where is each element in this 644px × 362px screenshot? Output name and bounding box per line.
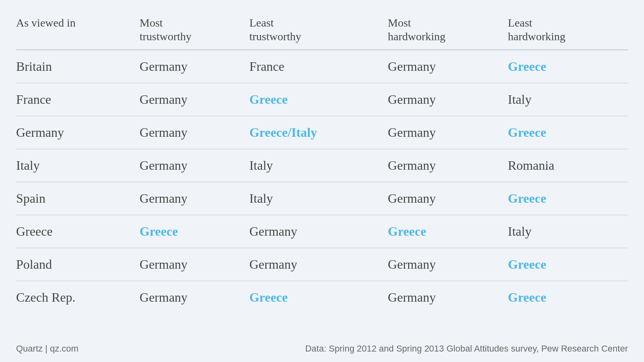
- footer: Quartz | qz.com Data: Spring 2012 and Sp…: [16, 335, 628, 354]
- table-cell: Greece: [508, 50, 628, 83]
- table-cell: Germany: [388, 281, 508, 314]
- table-cell: Italy: [249, 182, 388, 215]
- table-cell: Germany: [388, 83, 508, 116]
- table-cell: Germany: [16, 116, 140, 149]
- table-cell: Italy: [16, 149, 140, 182]
- table-cell: Germany: [388, 116, 508, 149]
- table-cell: Greece: [508, 116, 628, 149]
- header-viewer: As viewed in: [16, 12, 140, 50]
- table-cell: Germany: [140, 149, 250, 182]
- table-cell: Poland: [16, 248, 140, 281]
- table-cell: Germany: [140, 182, 250, 215]
- table-cell: Germany: [140, 281, 250, 314]
- table-cell: Greece: [249, 281, 388, 314]
- table-row: GreeceGreeceGermanyGreeceItaly: [16, 215, 628, 248]
- table-row: Czech Rep.GermanyGreeceGermanyGreece: [16, 281, 628, 314]
- table-cell: Germany: [388, 149, 508, 182]
- footer-attribution: Data: Spring 2012 and Spring 2013 Global…: [305, 343, 628, 354]
- table-cell: Germany: [249, 215, 388, 248]
- table-cell: Germany: [140, 248, 250, 281]
- header-most-trustworthy: Mosttrustworthy: [140, 12, 250, 50]
- table-cell: Italy: [508, 215, 628, 248]
- table-cell: Britain: [16, 50, 140, 83]
- table-cell: Italy: [249, 149, 388, 182]
- data-table: As viewed in Mosttrustworthy Leasttrustw…: [16, 12, 628, 314]
- table-cell: Germany: [140, 116, 250, 149]
- table-cell: France: [249, 50, 388, 83]
- table-cell: Romania: [508, 149, 628, 182]
- table-cell: Germany: [249, 248, 388, 281]
- table-row: PolandGermanyGermanyGermanyGreece: [16, 248, 628, 281]
- table-row: GermanyGermanyGreece/ItalyGermanyGreece: [16, 116, 628, 149]
- table-cell: Germany: [388, 50, 508, 83]
- table-cell: Germany: [388, 248, 508, 281]
- header-least-trustworthy: Leasttrustworthy: [249, 12, 388, 50]
- table-cell: Spain: [16, 182, 140, 215]
- main-table-container: As viewed in Mosttrustworthy Leasttrustw…: [16, 12, 628, 331]
- table-cell: Greece: [508, 248, 628, 281]
- table-cell: Greece: [388, 215, 508, 248]
- table-body: BritainGermanyFranceGermanyGreeceFranceG…: [16, 50, 628, 314]
- table-row: BritainGermanyFranceGermanyGreece: [16, 50, 628, 83]
- table-row: SpainGermanyItalyGermanyGreece: [16, 182, 628, 215]
- table-cell: Germany: [140, 83, 250, 116]
- table-cell: Italy: [508, 83, 628, 116]
- table-cell: France: [16, 83, 140, 116]
- footer-source: Quartz | qz.com: [16, 343, 78, 354]
- table-row: FranceGermanyGreeceGermanyItaly: [16, 83, 628, 116]
- table-cell: Greece: [508, 281, 628, 314]
- table-cell: Germany: [388, 182, 508, 215]
- table-cell: Greece: [16, 215, 140, 248]
- table-cell: Greece: [508, 182, 628, 215]
- table-cell: Greece/Italy: [249, 116, 388, 149]
- table-cell: Germany: [140, 50, 250, 83]
- table-header-row: As viewed in Mosttrustworthy Leasttrustw…: [16, 12, 628, 50]
- table-cell: Czech Rep.: [16, 281, 140, 314]
- header-least-hardworking: Leasthardworking: [508, 12, 628, 50]
- table-cell: Greece: [140, 215, 250, 248]
- table-cell: Greece: [249, 83, 388, 116]
- header-most-hardworking: Mosthardworking: [388, 12, 508, 50]
- table-row: ItalyGermanyItalyGermanyRomania: [16, 149, 628, 182]
